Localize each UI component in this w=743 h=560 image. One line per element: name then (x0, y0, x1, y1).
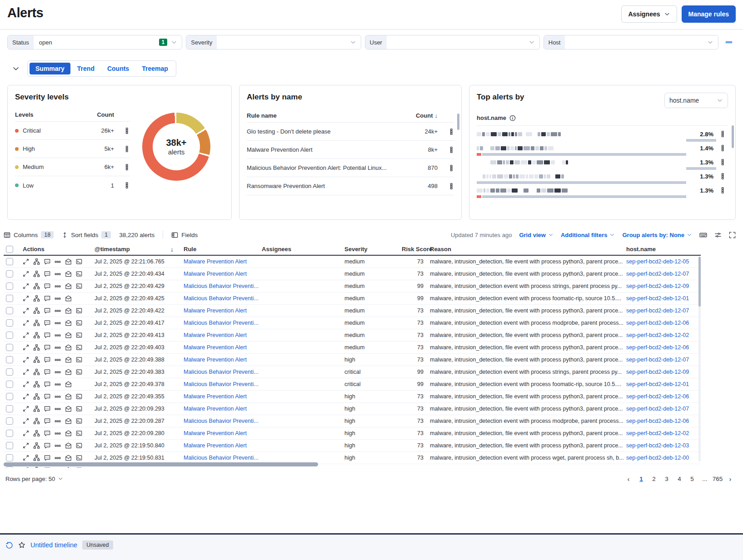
vertical-scrollbar[interactable] (698, 257, 701, 307)
expand-alert-icon[interactable] (23, 406, 29, 412)
alert-host-link[interactable]: sep-perf-bcd2-deb-12-06 (626, 344, 689, 351)
row-actions-icon[interactable] (124, 128, 130, 134)
alert-rule-link[interactable]: Malware Prevention Alert (184, 307, 247, 314)
timeline-icon[interactable] (65, 442, 72, 449)
alert-rule-link[interactable]: Malware Prevention Alert (184, 271, 247, 277)
more-actions-icon[interactable] (55, 271, 61, 277)
add-note-icon[interactable] (44, 344, 50, 351)
analyze-event-icon[interactable] (33, 332, 40, 338)
additional-filters-button[interactable]: Additional filters (561, 232, 615, 238)
row-checkbox[interactable] (6, 381, 13, 388)
alert-host-link[interactable]: sep-perf-bcd2-deb-12-09 (626, 283, 689, 289)
alert-rule-link[interactable]: Malicious Behavior Preventi... (184, 295, 259, 302)
alert-rule-link[interactable]: Malware Prevention Alert (184, 442, 247, 449)
timeline-icon[interactable] (65, 393, 72, 400)
collapse-charts-button[interactable] (12, 64, 20, 73)
analyze-event-icon[interactable] (33, 344, 40, 351)
alert-rule-link[interactable]: Malicious Behavior Preventi... (184, 455, 259, 461)
manage-rules-button[interactable]: Manage rules (682, 5, 736, 23)
session-view-icon[interactable] (76, 418, 82, 424)
expand-alert-icon[interactable] (23, 332, 29, 338)
expand-alert-icon[interactable] (23, 283, 29, 289)
session-view-icon[interactable] (76, 271, 82, 277)
alert-host-link[interactable]: sep-perf-bcd2-deb-12-07 (626, 271, 689, 277)
star-icon[interactable] (18, 541, 25, 549)
user-filter[interactable]: User (365, 35, 540, 50)
add-note-icon[interactable] (44, 430, 50, 436)
timeline-icon[interactable] (65, 455, 72, 461)
alert-host-link[interactable]: sep-perf-bcd2-deb-12-02 (626, 430, 689, 436)
expand-alert-icon[interactable] (23, 467, 29, 468)
host-filter[interactable]: Host (544, 35, 718, 50)
timestamp-column-header[interactable]: @timestamp↓ (95, 246, 184, 253)
add-note-icon[interactable] (44, 295, 50, 302)
row-checkbox[interactable] (6, 393, 13, 400)
expand-alert-icon[interactable] (23, 344, 29, 351)
alert-rule-link[interactable]: Malware Prevention Alert (184, 406, 247, 412)
timeline-icon[interactable] (65, 332, 72, 338)
row-checkbox[interactable] (6, 307, 13, 314)
more-actions-icon[interactable] (55, 283, 61, 289)
expand-alert-icon[interactable] (23, 271, 29, 277)
group-alerts-button[interactable]: Group alerts by: None (622, 232, 692, 238)
row-checkbox[interactable] (6, 405, 13, 412)
page-number[interactable]: 4 (674, 473, 685, 484)
alert-host-link[interactable]: sep-perf-bcd2-deb-12-01 (626, 381, 689, 387)
alert-rule-link[interactable]: Malicious Behavior Preventi... (184, 320, 259, 326)
timeline-icon[interactable] (65, 467, 72, 468)
timeline-icon[interactable] (65, 271, 72, 277)
row-actions-icon[interactable] (124, 146, 130, 152)
timeline-icon[interactable] (65, 430, 72, 436)
alert-host-link[interactable]: sep-perf-bcd2-deb-12-03 (626, 467, 689, 468)
timeline-icon[interactable] (65, 344, 72, 351)
timeline-icon[interactable] (65, 307, 72, 314)
row-checkbox[interactable] (6, 295, 13, 302)
analyze-event-icon[interactable] (33, 357, 40, 363)
alert-rule-link[interactable]: Malicious Behavior Preventi... (184, 381, 259, 387)
add-note-icon[interactable] (44, 406, 50, 412)
row-actions-icon[interactable] (720, 145, 725, 151)
page-number[interactable]: 2 (648, 473, 659, 484)
alert-host-link[interactable]: sep-perf-bcd2-deb-12-09 (626, 369, 689, 375)
more-actions-icon[interactable] (55, 443, 61, 449)
analyze-event-icon[interactable] (33, 406, 40, 412)
expand-alert-icon[interactable] (23, 357, 29, 363)
more-actions-icon[interactable] (55, 406, 61, 412)
severity-filter[interactable]: Severity (186, 35, 361, 50)
grid-settings-button[interactable] (714, 232, 722, 238)
timeline-icon[interactable] (65, 258, 72, 265)
analyze-event-icon[interactable] (33, 418, 40, 424)
timeline-icon[interactable] (65, 283, 72, 289)
alert-host-link[interactable]: sep-perf-bcd2-deb-12-06 (626, 418, 689, 424)
sort-fields-button[interactable]: Sort fields 1 (62, 231, 111, 238)
fields-button[interactable]: Fields (171, 232, 198, 238)
expand-alert-icon[interactable] (23, 307, 29, 314)
alert-host-link[interactable]: sep-perf-bcd2-deb-12-05 (626, 258, 689, 265)
add-note-icon[interactable] (44, 271, 50, 277)
add-note-icon[interactable] (44, 455, 50, 461)
row-checkbox[interactable] (6, 356, 13, 363)
add-note-icon[interactable] (44, 467, 50, 468)
analyze-event-icon[interactable] (33, 307, 40, 314)
alert-host-link[interactable]: sep-perf-bcd2-deb-12-00 (626, 455, 689, 461)
session-view-icon[interactable] (76, 283, 82, 289)
timeline-icon[interactable] (65, 320, 72, 326)
alert-host-link[interactable]: sep-perf-bcd2-deb-12-06 (626, 320, 689, 326)
add-note-icon[interactable] (44, 307, 50, 314)
row-checkbox[interactable] (6, 454, 13, 461)
horizontal-scrollbar[interactable] (4, 462, 318, 466)
add-note-icon[interactable] (44, 393, 50, 400)
add-note-icon[interactable] (44, 369, 50, 375)
session-view-icon[interactable] (76, 357, 82, 363)
chart-tab-counts[interactable]: Counts (101, 63, 135, 74)
alert-host-link[interactable]: sep-perf-bcd2-deb-12-07 (626, 307, 689, 314)
timeline-title-link[interactable]: Untitled timeline (30, 541, 77, 549)
more-actions-icon[interactable] (55, 259, 61, 265)
host-column-header[interactable]: host.name (626, 246, 701, 253)
session-view-icon[interactable] (76, 320, 82, 326)
session-view-icon[interactable] (76, 467, 82, 468)
add-note-icon[interactable] (44, 258, 50, 265)
chart-tab-summary[interactable]: Summary (30, 63, 70, 74)
session-view-icon[interactable] (76, 430, 82, 436)
expand-alert-icon[interactable] (23, 258, 29, 265)
